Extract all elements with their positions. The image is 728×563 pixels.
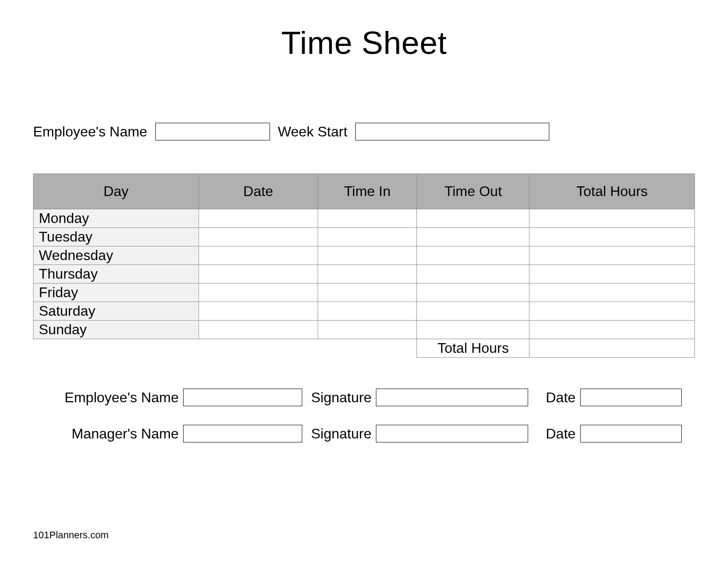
- footer-attribution: 101Planners.com: [33, 529, 109, 541]
- time-out-cell[interactable]: [417, 302, 529, 321]
- timesheet-table: Day Date Time In Time Out Total Hours Mo…: [33, 174, 695, 358]
- employee-date-label: Date: [546, 389, 576, 406]
- manager-date-label: Date: [546, 426, 576, 442]
- table-row: Sunday: [34, 321, 695, 339]
- date-cell[interactable]: [199, 283, 318, 302]
- date-cell[interactable]: [199, 246, 318, 265]
- total-hours-value[interactable]: [529, 339, 695, 358]
- total-hours-cell[interactable]: [529, 321, 695, 339]
- date-cell[interactable]: [199, 302, 318, 321]
- time-out-cell[interactable]: [417, 209, 529, 228]
- date-cell[interactable]: [199, 209, 318, 228]
- time-in-cell[interactable]: [318, 321, 417, 339]
- total-hours-cell[interactable]: [529, 265, 695, 283]
- table-row: Wednesday: [34, 246, 695, 265]
- employee-name-label-2: Employee's Name: [46, 389, 179, 406]
- time-out-cell[interactable]: [417, 283, 529, 302]
- header-total-hours: Total Hours: [529, 174, 695, 209]
- table-header-row: Day Date Time In Time Out Total Hours: [34, 174, 695, 209]
- manager-signature-row: Manager's Name Signature Date: [33, 425, 695, 442]
- manager-date-field[interactable]: [580, 425, 682, 442]
- time-in-cell[interactable]: [318, 283, 417, 302]
- table-row: Thursday: [34, 265, 695, 283]
- table-row: Friday: [34, 283, 695, 302]
- total-hours-cell[interactable]: [529, 246, 695, 265]
- day-cell: Saturday: [34, 302, 199, 321]
- employee-signature-field[interactable]: [376, 389, 528, 406]
- employee-name-label: Employee's Name: [33, 124, 147, 140]
- week-start-label: Week Start: [278, 124, 348, 140]
- manager-name-field[interactable]: [183, 425, 302, 442]
- total-hours-cell[interactable]: [529, 228, 695, 246]
- total-hours-cell[interactable]: [529, 302, 695, 321]
- header-time-out: Time Out: [417, 174, 529, 209]
- table-row: Monday: [34, 209, 695, 228]
- manager-signature-label: Signature: [311, 426, 372, 442]
- day-cell: Tuesday: [34, 228, 199, 246]
- header-day: Day: [34, 174, 199, 209]
- top-fields: Employee's Name Week Start: [33, 123, 695, 140]
- table-row: Tuesday: [34, 228, 695, 246]
- time-in-cell[interactable]: [318, 209, 417, 228]
- day-cell: Friday: [34, 283, 199, 302]
- total-hours-label: Total Hours: [417, 339, 529, 358]
- time-out-cell[interactable]: [417, 265, 529, 283]
- time-out-cell[interactable]: [417, 321, 529, 339]
- manager-name-label: Manager's Name: [46, 426, 179, 442]
- time-out-cell[interactable]: [417, 228, 529, 246]
- total-row: Total Hours: [34, 339, 695, 358]
- manager-signature-field[interactable]: [376, 425, 528, 442]
- date-cell[interactable]: [199, 265, 318, 283]
- table-row: Saturday: [34, 302, 695, 321]
- header-time-in: Time In: [318, 174, 417, 209]
- employee-date-field[interactable]: [580, 389, 682, 406]
- week-start-field[interactable]: [355, 123, 549, 140]
- day-cell: Wednesday: [34, 246, 199, 265]
- time-in-cell[interactable]: [318, 246, 417, 265]
- employee-name-field-2[interactable]: [183, 389, 302, 406]
- day-cell: Thursday: [34, 265, 199, 283]
- day-cell: Sunday: [34, 321, 199, 339]
- date-cell[interactable]: [199, 321, 318, 339]
- employee-signature-label: Signature: [311, 389, 372, 406]
- employee-signature-row: Employee's Name Signature Date: [33, 389, 695, 406]
- date-cell[interactable]: [199, 228, 318, 246]
- total-hours-cell[interactable]: [529, 209, 695, 228]
- signature-block: Employee's Name Signature Date Manager's…: [33, 389, 695, 442]
- time-in-cell[interactable]: [318, 265, 417, 283]
- time-in-cell[interactable]: [318, 228, 417, 246]
- employee-name-field[interactable]: [155, 123, 270, 140]
- total-hours-cell[interactable]: [529, 283, 695, 302]
- day-cell: Monday: [34, 209, 199, 228]
- page-title: Time Sheet: [33, 24, 695, 61]
- header-date: Date: [199, 174, 318, 209]
- time-out-cell[interactable]: [417, 246, 529, 265]
- time-in-cell[interactable]: [318, 302, 417, 321]
